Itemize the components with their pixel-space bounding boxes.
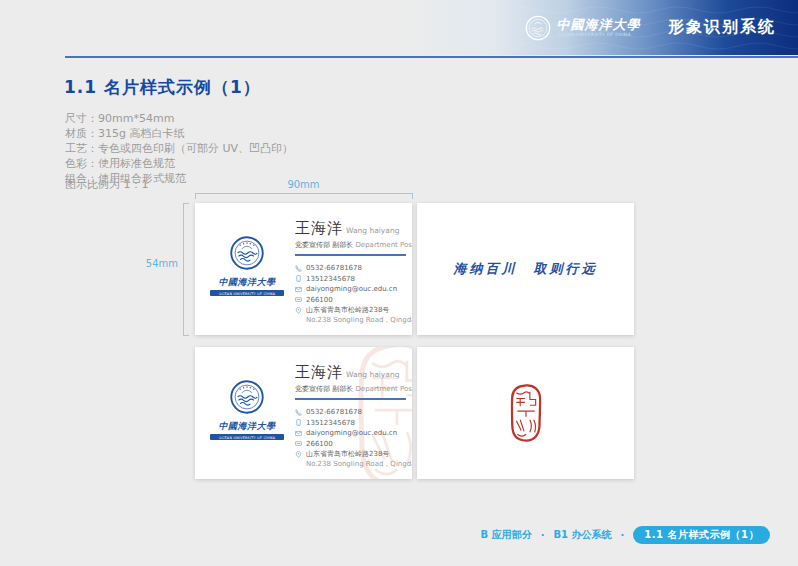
university-name-cn: 中國海洋大學 (557, 18, 659, 31)
mobile-icon (295, 419, 302, 426)
contact-list: 0532-66781678 13512345678 daiyongming@ou… (295, 263, 409, 325)
person-name-en: Wang haiyang (346, 370, 399, 379)
contact-phone: 0532-66781678 (295, 263, 409, 274)
card-info: 王海洋Wang haiyang 党委宣传部 副部长 Department Pos… (295, 362, 409, 469)
breadcrumb-current-pill[interactable]: 1.1 名片样式示例（1） (633, 526, 770, 544)
spec-material: 材质：315g 高档白卡纸 (65, 126, 293, 141)
width-dimension-label: 90mm (195, 179, 412, 190)
spec-size: 尺寸：90mm*54mm (65, 111, 293, 126)
breadcrumb-section[interactable]: B 应用部分 (481, 528, 532, 542)
height-dimension-line (183, 203, 189, 336)
card-logo: 中國海洋大學 OCEAN UNIVERSITY OF CHINA (208, 380, 286, 440)
person-position: 副部长 (332, 385, 353, 393)
contact-address-en: No.238 Songling Road，Qingdao (306, 316, 409, 325)
card-divider (295, 254, 406, 256)
page-title: 1.1 名片样式示例（1） (64, 76, 261, 99)
location-icon (295, 307, 302, 314)
contact-email: daiyongming@ouc.edu.cn (295, 428, 409, 439)
spec-list: 尺寸：90mm*54mm 材质：315g 高档白卡纸 工艺：专色或四色印刷（可部… (65, 111, 293, 186)
card-logo-name-en: OCEAN UNIVERSITY OF CHINA (219, 435, 275, 439)
card-logo-strip: OCEAN UNIVERSITY OF CHINA (210, 290, 284, 296)
contact-address-en: No.238 Songling Road，Qingdao (306, 460, 409, 469)
breadcrumb-subsection[interactable]: B1 办公系统 (553, 528, 611, 542)
breadcrumb-dot: · (621, 530, 625, 541)
business-card-back-motto: 海纳百川 取则行远 (417, 203, 634, 335)
card-logo: 中國海洋大學 OCEAN UNIVERSITY OF CHINA (208, 236, 286, 296)
card-logo-name-cn: 中國海洋大學 (208, 420, 286, 433)
system-title: 形象识别系统 (668, 17, 776, 38)
location-icon (295, 451, 302, 458)
width-dimension-line (195, 193, 413, 199)
title-row: 党委宣传部 副部长 Department Position (295, 240, 409, 250)
contact-list: 0532-66781678 13512345678 daiyongming@ou… (295, 407, 409, 469)
breadcrumb-dot: · (541, 530, 545, 541)
contact-email: daiyongming@ouc.edu.cn (295, 284, 409, 295)
contact-address: 山东省青岛市松岭路238号 (295, 305, 409, 316)
postcode-icon (295, 296, 302, 303)
business-card-front: 中國海洋大學 OCEAN UNIVERSITY OF CHINA 王海洋Wang… (195, 203, 412, 335)
university-emblem-icon (525, 15, 551, 41)
email-icon (295, 430, 302, 437)
name-row: 王海洋Wang haiyang (295, 218, 409, 238)
contact-postcode: 266100 (295, 439, 409, 450)
person-dept: 党委宣传部 (295, 241, 330, 249)
seal-stamp-icon (510, 384, 541, 442)
page: 中國海洋大學 OCEAN UNIVERSITY OF CHINA 形象识别系统 … (0, 0, 798, 566)
person-position: 副部长 (332, 241, 353, 249)
card-logo-name-cn: 中國海洋大學 (208, 276, 286, 289)
card-info: 王海洋Wang haiyang 党委宣传部 副部长 Department Pos… (295, 218, 409, 325)
header-logo: 中國海洋大學 OCEAN UNIVERSITY OF CHINA (525, 15, 659, 41)
contact-phone: 0532-66781678 (295, 407, 409, 418)
university-emblem-icon (230, 236, 264, 270)
spec-color: 色彩：使用标准色规范 (65, 156, 293, 171)
contact-mobile: 13512345678 (295, 274, 409, 285)
height-dimension-label: 54mm (140, 258, 178, 269)
name-row: 王海洋Wang haiyang (295, 362, 409, 382)
title-row: 党委宣传部 副部长 Department Position (295, 384, 409, 394)
person-position-en: Department Position (355, 385, 412, 393)
card-divider (295, 398, 406, 400)
university-name-en: OCEAN UNIVERSITY OF CHINA (557, 31, 631, 36)
person-dept: 党委宣传部 (295, 385, 330, 393)
contact-mobile: 13512345678 (295, 418, 409, 429)
business-card-front-watermark: 中國海洋大學 OCEAN UNIVERSITY OF CHINA 王海洋Wang… (195, 347, 412, 479)
phone-icon (295, 409, 302, 416)
header-band: 中國海洋大學 OCEAN UNIVERSITY OF CHINA 形象识别系统 (0, 0, 798, 55)
phone-icon (295, 265, 302, 272)
person-name-cn: 王海洋 (295, 363, 343, 381)
card-logo-strip: OCEAN UNIVERSITY OF CHINA (210, 434, 284, 440)
motto-calligraphy: 海纳百川 取则行远 (417, 260, 634, 278)
person-position-en: Department Position (355, 241, 412, 249)
person-name-en: Wang haiyang (346, 226, 399, 235)
scale-note: 图示比例为 1：1 (65, 177, 149, 192)
contact-postcode: 266100 (295, 295, 409, 306)
university-emblem-icon (230, 380, 264, 414)
header-brand: 中國海洋大學 OCEAN UNIVERSITY OF CHINA 形象识别系统 (525, 0, 776, 55)
mobile-icon (295, 275, 302, 282)
header-divider (65, 56, 798, 58)
spec-process: 工艺：专色或四色印刷（可部分 UV、凹凸印） (65, 141, 293, 156)
person-name-cn: 王海洋 (295, 219, 343, 237)
postcode-icon (295, 440, 302, 447)
footer-breadcrumb: B 应用部分 · B1 办公系统 · 1.1 名片样式示例（1） (481, 526, 770, 544)
email-icon (295, 286, 302, 293)
contact-address: 山东省青岛市松岭路238号 (295, 449, 409, 460)
card-logo-name-en: OCEAN UNIVERSITY OF CHINA (219, 291, 275, 295)
business-card-back-seal (417, 347, 634, 479)
